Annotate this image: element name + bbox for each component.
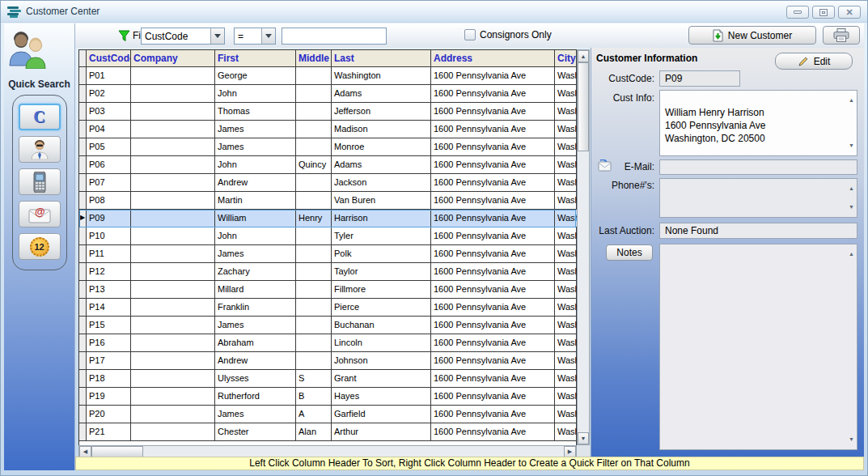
cell-middle[interactable] xyxy=(296,352,332,370)
cell-first[interactable]: James xyxy=(215,245,296,263)
cell-cust_code[interactable]: P16 xyxy=(87,334,131,352)
cell-first[interactable]: Abraham xyxy=(215,334,296,352)
cell-city[interactable]: Washington xyxy=(555,263,577,281)
table-row[interactable]: P08MartinVan Buren1600 Pennsylvania AveW… xyxy=(79,192,576,210)
column-header-city[interactable]: City xyxy=(555,50,577,67)
table-row[interactable]: P14FranklinPierce1600 Pennsylvania AveWa… xyxy=(79,299,576,317)
cell-middle[interactable]: Alan xyxy=(296,423,332,441)
filter-field-select[interactable]: CustCode xyxy=(141,28,225,45)
cell-middle[interactable] xyxy=(296,245,332,263)
cell-middle[interactable] xyxy=(296,174,332,192)
table-row[interactable]: P15JamesBuchanan1600 Pennsylvania AveWas… xyxy=(79,317,576,334)
column-header-first[interactable]: First xyxy=(215,50,296,67)
cell-city[interactable]: Washington xyxy=(555,299,577,317)
column-header-company[interactable]: Company xyxy=(131,50,215,67)
minimize-button[interactable] xyxy=(786,6,809,19)
cell-address[interactable]: 1600 Pennsylvania Ave xyxy=(431,281,555,299)
cell-company[interactable] xyxy=(131,67,215,85)
cell-city[interactable]: Washington xyxy=(555,388,577,406)
column-header-last[interactable]: Last xyxy=(332,50,431,67)
cell-last[interactable]: Monroe xyxy=(332,138,431,156)
cell-company[interactable] xyxy=(131,103,215,121)
table-row[interactable]: P05JamesMonroe1600 Pennsylvania AveWashi… xyxy=(79,138,576,156)
cell-cust_code[interactable]: P01 xyxy=(87,67,131,85)
cell-address[interactable]: 1600 Pennsylvania Ave xyxy=(431,67,555,85)
table-row[interactable]: P12ZacharyTaylor1600 Pennsylvania AveWas… xyxy=(79,263,576,281)
cell-address[interactable]: 1600 Pennsylvania Ave xyxy=(431,406,555,423)
cell-first[interactable]: Andrew xyxy=(215,174,296,192)
filter-operator-select[interactable]: = xyxy=(234,28,276,45)
column-header-middle[interactable]: Middle xyxy=(296,50,332,67)
cell-last[interactable]: Lincoln xyxy=(332,334,431,352)
cell-company[interactable] xyxy=(131,263,215,281)
cell-last[interactable]: Washington xyxy=(332,67,431,85)
scroll-down-button[interactable]: ▼ xyxy=(578,432,589,444)
cell-first[interactable]: John xyxy=(215,85,296,103)
cell-first[interactable]: Andrew xyxy=(215,352,296,370)
email-field[interactable] xyxy=(659,159,857,175)
hscroll-thumb[interactable] xyxy=(91,446,143,457)
cell-middle[interactable] xyxy=(296,103,332,121)
cell-first[interactable]: Millard xyxy=(215,281,296,299)
table-row[interactable]: P17AndrewJohnson1600 Pennsylvania AveWas… xyxy=(79,352,576,370)
cell-last[interactable]: Garfield xyxy=(332,406,431,423)
cell-address[interactable]: 1600 Pennsylvania Ave xyxy=(431,174,555,192)
cell-first[interactable]: Thomas xyxy=(215,103,296,121)
grid-vertical-scrollbar[interactable]: ▲ ▼ xyxy=(577,49,590,445)
table-row[interactable]: P01GeorgeWashington1600 Pennsylvania Ave… xyxy=(79,67,576,85)
quick-search-name-button[interactable] xyxy=(19,136,61,163)
new-customer-button[interactable]: New Customer xyxy=(688,26,816,45)
cell-company[interactable] xyxy=(131,138,215,156)
cell-company[interactable] xyxy=(131,227,215,245)
cell-first[interactable]: Chester xyxy=(215,423,296,441)
cell-cust_code[interactable]: P07 xyxy=(87,174,131,192)
cell-company[interactable] xyxy=(131,156,215,174)
quick-search-phone-button[interactable] xyxy=(19,168,61,195)
cell-address[interactable]: 1600 Pennsylvania Ave xyxy=(431,299,555,317)
scroll-down-icon[interactable]: ▼ xyxy=(849,139,854,152)
cell-first[interactable]: George xyxy=(215,67,296,85)
phones-box[interactable]: ▲ ▼ xyxy=(659,178,857,218)
print-button[interactable] xyxy=(823,26,860,45)
chevron-down-icon[interactable] xyxy=(261,28,275,44)
cell-company[interactable] xyxy=(131,299,215,317)
cell-first[interactable]: Zachary xyxy=(215,263,296,281)
cell-middle[interactable]: Quincy xyxy=(296,156,332,174)
scroll-down-icon[interactable]: ▼ xyxy=(849,201,854,214)
cell-address[interactable]: 1600 Pennsylvania Ave xyxy=(431,85,555,103)
cell-middle[interactable]: S xyxy=(296,370,332,388)
cell-middle[interactable] xyxy=(296,121,332,138)
cell-middle[interactable]: A xyxy=(296,406,332,423)
cell-first[interactable]: James xyxy=(215,317,296,334)
cell-last[interactable]: Pierce xyxy=(332,299,431,317)
cell-company[interactable] xyxy=(131,388,215,406)
cell-first[interactable]: James xyxy=(215,138,296,156)
cell-city[interactable]: Washington xyxy=(555,281,577,299)
cell-address[interactable]: 1600 Pennsylvania Ave xyxy=(431,192,555,210)
cell-city[interactable]: Washington xyxy=(555,210,577,227)
cell-company[interactable] xyxy=(131,85,215,103)
cell-company[interactable] xyxy=(131,334,215,352)
cell-last[interactable]: Fillmore xyxy=(332,281,431,299)
table-row[interactable]: P03ThomasJefferson1600 Pennsylvania AveW… xyxy=(79,103,576,121)
close-button[interactable]: ✕ xyxy=(838,6,861,19)
cell-middle[interactable] xyxy=(296,227,332,245)
cell-last[interactable]: Van Buren xyxy=(332,192,431,210)
cell-last[interactable]: Arthur xyxy=(332,423,431,441)
cell-company[interactable] xyxy=(131,423,215,441)
cell-company[interactable] xyxy=(131,210,215,227)
cell-last[interactable]: Polk xyxy=(332,245,431,263)
table-row[interactable]: P04JamesMadison1600 Pennsylvania AveWash… xyxy=(79,121,576,138)
column-header-address[interactable]: Address xyxy=(431,50,555,67)
cell-last[interactable]: Grant xyxy=(332,370,431,388)
scroll-down-icon[interactable]: ▼ xyxy=(849,433,854,446)
cell-cust_code[interactable]: P13 xyxy=(87,281,131,299)
cell-first[interactable]: Franklin xyxy=(215,299,296,317)
filter-value-input[interactable] xyxy=(282,28,387,45)
cell-middle[interactable] xyxy=(296,317,332,334)
cell-cust_code[interactable]: P12 xyxy=(87,263,131,281)
cell-cust_code[interactable]: P19 xyxy=(87,388,131,406)
cell-company[interactable] xyxy=(131,281,215,299)
edit-button[interactable]: Edit xyxy=(775,53,853,70)
cell-last[interactable]: Johnson xyxy=(332,352,431,370)
